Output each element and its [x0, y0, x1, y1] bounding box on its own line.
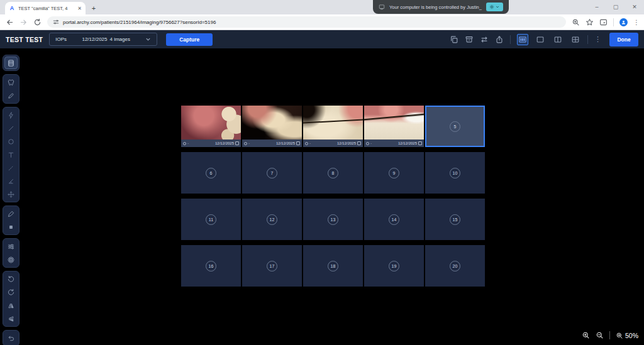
slot-number: 19 — [389, 261, 399, 271]
text-tool-icon[interactable] — [4, 148, 18, 161]
swap-icon[interactable] — [480, 35, 489, 44]
more-menu-icon[interactable]: ⋮ — [594, 35, 601, 43]
close-button[interactable]: ✕ — [625, 0, 644, 14]
image-slot-16[interactable]: 16 — [181, 245, 241, 287]
slot-number: 15 — [450, 214, 460, 225]
zoom-page-icon[interactable] — [572, 18, 580, 26]
zoom-level: 50% — [616, 332, 638, 339]
image-slot-9[interactable]: 9 — [364, 152, 424, 194]
reload-icon[interactable] — [33, 18, 42, 26]
photo-info-bar: -12/12/2025 — [303, 140, 363, 147]
tooth-chart-icon[interactable] — [4, 76, 18, 89]
url-text: portal.archy.com/patients/2151964/imagin… — [63, 19, 216, 25]
layout-single-button[interactable] — [535, 34, 546, 45]
tooth-label-icon — [244, 142, 247, 145]
toolbar-right: ⋮ Done — [450, 33, 638, 47]
image-slot-8[interactable]: 8 — [303, 152, 363, 194]
photo-date: 12/12/2025 — [398, 141, 417, 145]
image-slot-18[interactable]: 18 — [303, 245, 363, 287]
tooth-label: - — [248, 141, 250, 145]
image-slot-7[interactable]: 7 — [242, 152, 302, 194]
calendar-icon — [296, 141, 300, 145]
zoom-controls: 50% — [582, 331, 638, 339]
divider — [587, 35, 588, 44]
tool-sidebar — [3, 55, 19, 345]
capture-button[interactable]: Capture — [166, 33, 213, 46]
series-type: IOPs — [55, 36, 67, 42]
profile-avatar[interactable] — [619, 18, 628, 26]
done-button[interactable]: Done — [609, 33, 638, 47]
tab-title: TEST "camilla" TEST, 4 — [18, 6, 74, 11]
image-slot-4[interactable]: -12/12/2025 — [364, 106, 424, 147]
image-slot-20[interactable]: 20 — [425, 245, 485, 287]
image-slot-2[interactable]: -12/12/2025 — [242, 106, 302, 147]
tool-group — [3, 238, 19, 268]
tooth-label: - — [309, 141, 311, 145]
swatch-icon[interactable] — [4, 221, 18, 233]
brush-icon[interactable] — [4, 207, 18, 220]
layout-filmstrip-button[interactable] — [517, 34, 528, 45]
minimize-button[interactable]: – — [587, 0, 606, 14]
zoom-in-icon[interactable] — [582, 331, 590, 339]
browser-tab[interactable]: A TEST "camilla" TEST, 4 ✕ — [5, 2, 86, 14]
adjustments-icon[interactable] — [4, 240, 18, 253]
move-tool-icon[interactable] — [4, 188, 18, 200]
bookmark-star-icon[interactable] — [586, 18, 594, 26]
dashed-line-tool-icon[interactable] — [4, 162, 18, 174]
line-tool-icon[interactable] — [4, 122, 18, 134]
notification-text: Your computer is being controlled by Jus… — [389, 4, 482, 10]
photo-info-bar: -12/12/2025 — [242, 140, 302, 147]
image-slot-19[interactable]: 19 — [364, 245, 424, 287]
image-slot-14[interactable]: 14 — [364, 199, 424, 240]
image-slot-12[interactable]: 12 — [242, 199, 302, 240]
calendar-icon — [235, 141, 239, 145]
pencil-icon[interactable] — [4, 89, 18, 102]
tab-close-icon[interactable]: ✕ — [77, 6, 82, 11]
layout-split-button[interactable] — [552, 34, 564, 45]
rotate-cw-icon[interactable] — [4, 286, 18, 298]
image-slot-15[interactable]: 15 — [425, 199, 485, 240]
slot-number: 9 — [389, 168, 399, 178]
series-dropdown[interactable]: IOPs 12/12/2025 4 images — [49, 33, 157, 46]
address-bar[interactable]: portal.archy.com/patients/2151964/imagin… — [47, 16, 566, 28]
notification-settings-button[interactable] — [486, 3, 503, 11]
undo-icon[interactable] — [4, 332, 18, 344]
image-slot-3[interactable]: -12/12/2025 — [303, 106, 363, 147]
copy-icon[interactable] — [450, 35, 458, 44]
maximize-button[interactable]: ▢ — [606, 0, 625, 14]
rotate-ccw-icon[interactable] — [4, 273, 18, 285]
zoom-out-icon[interactable] — [596, 331, 604, 339]
chrome-menu-icon[interactable]: ⋮ — [633, 19, 638, 26]
tooth-label-icon — [183, 142, 186, 145]
imaging-canvas: -12/12/2025-12/12/2025-12/12/2025-12/12/… — [0, 48, 644, 345]
image-slot-13[interactable]: 13 — [303, 199, 363, 240]
flip-horizontal-icon[interactable] — [4, 299, 18, 312]
circle-tool-icon[interactable] — [4, 135, 18, 148]
slot-number: 11 — [206, 214, 216, 225]
forward-icon[interactable] — [19, 18, 28, 26]
share-icon[interactable] — [495, 35, 504, 44]
layout-grid-button[interactable] — [570, 34, 581, 45]
slot-number: 13 — [328, 214, 338, 225]
image-slot-11[interactable]: 11 — [181, 199, 241, 240]
tool-group — [3, 107, 19, 202]
site-settings-icon[interactable] — [53, 19, 59, 25]
image-slot-17[interactable]: 17 — [242, 245, 302, 287]
back-icon[interactable] — [6, 18, 14, 26]
angle-tool-icon[interactable] — [4, 175, 18, 187]
photo-date: 12/12/2025 — [276, 141, 295, 145]
new-tab-button[interactable]: + — [88, 3, 99, 14]
series-date: 12/12/2025 — [82, 36, 107, 42]
slot-number: 10 — [450, 168, 460, 178]
flash-icon[interactable] — [4, 109, 18, 121]
filters-icon[interactable] — [4, 253, 18, 266]
layers-view-icon[interactable] — [4, 57, 18, 69]
image-slot-6[interactable]: 6 — [181, 152, 241, 194]
archive-icon[interactable] — [465, 35, 474, 44]
flip-vertical-icon[interactable] — [4, 312, 18, 325]
image-slot-5[interactable]: 5 — [425, 106, 485, 147]
tab-capture-icon[interactable] — [599, 18, 608, 26]
image-slot-1[interactable]: -12/12/2025 — [181, 106, 241, 147]
image-slot-10[interactable]: 10 — [425, 152, 485, 194]
slot-number: 6 — [206, 168, 216, 178]
